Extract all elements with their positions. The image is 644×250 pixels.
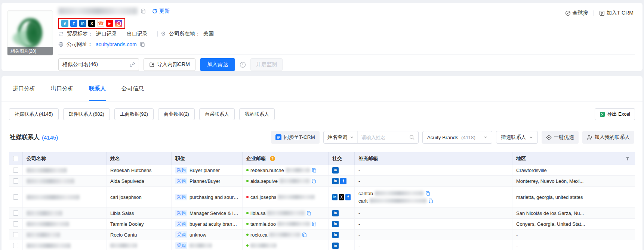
copy-icon[interactable] <box>302 232 307 237</box>
filter-contacts-select[interactable]: 筛选联系人 <box>496 131 538 144</box>
company-actions: 相似公司名(46) 导入内部CRM 加入雷达 开启监测 <box>58 58 283 71</box>
column-region: 地区 <box>512 152 635 165</box>
tab-1[interactable]: 出口分析 <box>51 85 73 101</box>
add-radar-button[interactable]: 加入雷达 <box>200 58 235 71</box>
position-badge: 采购 <box>175 242 187 249</box>
query-type-select[interactable]: 姓名查询 <box>324 131 358 143</box>
row-checkbox[interactable] <box>13 178 18 184</box>
row-checkbox[interactable] <box>13 243 18 248</box>
youtube-icon[interactable]: ▶ <box>106 20 113 27</box>
email-status-dot <box>246 212 249 214</box>
copy-icon[interactable] <box>428 199 433 203</box>
position-title: buyer at acuity brands lig... <box>189 221 238 227</box>
select-all-checkbox[interactable] <box>13 156 18 161</box>
extra-email-empty: - <box>358 232 360 238</box>
company-filter-select[interactable]: Acuity Brands (4118) <box>422 131 492 144</box>
location-pin-icon <box>161 31 166 37</box>
email-status-dot <box>246 234 249 236</box>
add-my-contacts-button[interactable]: 加入我的联系人 <box>582 131 635 144</box>
copy-icon[interactable] <box>311 179 316 184</box>
phone-icon[interactable]: ☎ <box>97 20 104 27</box>
facebook-icon[interactable]: f <box>70 20 77 27</box>
linkedin-icon[interactable]: in <box>332 194 338 200</box>
company-logo[interactable]: 相关图片(20) <box>7 10 53 56</box>
extra-email-redacted <box>370 199 426 203</box>
help-icon[interactable]: ? <box>270 156 275 161</box>
facebook-icon[interactable]: f <box>345 194 351 200</box>
linkedin-icon[interactable]: in <box>332 210 339 216</box>
row-checkbox[interactable] <box>13 210 18 216</box>
search-input[interactable] <box>358 131 409 143</box>
extra-email-prefix: carlt <box>358 198 368 204</box>
row-checkbox[interactable] <box>13 194 18 200</box>
start-monitor-button[interactable]: 开启监测 <box>250 58 283 71</box>
table-row: Rebekah Hutchens采购Buyer plannerrebekah.h… <box>9 165 635 176</box>
export-excel-button[interactable]: 导出 Excel <box>595 108 635 120</box>
name-search-group: 姓名查询 <box>323 131 419 144</box>
x-twitter-icon[interactable]: X <box>88 20 95 27</box>
subtab-0[interactable]: 社媒联系人(4145) <box>9 108 59 120</box>
copy-icon[interactable] <box>312 168 317 173</box>
one-click-optimize-button[interactable]: 一键优选 <box>542 131 579 144</box>
region-text: marietta, georgia, united states <box>516 194 583 200</box>
person-plus-icon <box>587 135 592 140</box>
table-row: Aida Sepulveda采购Planner/Buyeraida.sepulv… <box>9 176 635 187</box>
filter-funnel-icon[interactable] <box>625 156 631 161</box>
link-icon <box>130 62 135 67</box>
subtab-5[interactable]: 我的联系人 <box>239 108 275 120</box>
position-badge: 采购 <box>175 210 187 216</box>
website-link[interactable]: acuitybrands.com <box>96 41 137 47</box>
internet-explorer-icon[interactable]: e <box>61 20 68 27</box>
instagram-icon[interactable] <box>115 20 122 27</box>
trade-tag-import[interactable]: 进口记录 <box>96 31 117 37</box>
email-prefix: rocio.ca <box>250 232 268 238</box>
company-name-redacted <box>27 232 60 237</box>
x-icon[interactable]: X <box>339 194 344 200</box>
copy-icon[interactable] <box>306 211 311 216</box>
position-title: Manager Service & Invent... <box>189 210 238 216</box>
email-status-dot <box>246 169 249 171</box>
trade-tag-export[interactable]: 出口记录 <box>127 31 148 37</box>
chevron-down-icon <box>529 135 533 139</box>
sync-tcrm-button[interactable]: 同步至T-CRM <box>271 131 319 144</box>
linkedin-icon[interactable]: in <box>332 243 339 249</box>
row-checkbox[interactable] <box>13 168 18 173</box>
contact-name-redacted <box>110 243 137 248</box>
copy-icon[interactable] <box>312 222 317 226</box>
tab-3[interactable]: 公司信息 <box>121 85 144 101</box>
contact-source-row: 社媒联系人(4145)邮件联系人(682)工商数据(92)商业数据(2)自采联系… <box>1 108 643 120</box>
global-search-link[interactable]: 全球搜 <box>565 10 588 16</box>
subtab-2[interactable]: 工商数据(92) <box>114 108 154 120</box>
table-row: 采购in-- <box>9 240 635 250</box>
subtab-4[interactable]: 自采联系人 <box>199 108 235 120</box>
refresh-icon <box>152 9 157 14</box>
subtab-1[interactable]: 邮件联系人(682) <box>63 108 110 120</box>
linkedin-icon[interactable]: in <box>332 178 339 184</box>
row-checkbox[interactable] <box>13 221 18 226</box>
trade-exchange-icon <box>58 32 64 36</box>
linkedin-icon[interactable]: in <box>332 167 339 174</box>
tab-2[interactable]: 联系人 <box>89 85 106 101</box>
import-crm-button[interactable]: 导入内部CRM <box>144 58 195 71</box>
copy-icon[interactable] <box>140 42 145 47</box>
linkedin-icon[interactable]: in <box>332 232 339 238</box>
copy-icon[interactable] <box>141 9 146 14</box>
region-text: Conyers, Georgia, United Stat... <box>516 221 585 227</box>
info-icon[interactable] <box>240 62 246 68</box>
facebook-icon[interactable]: f <box>340 178 346 184</box>
search-icon[interactable] <box>409 131 418 143</box>
optimize-icon <box>546 135 552 140</box>
similar-company-select[interactable]: 相似公司名(46) <box>58 58 139 71</box>
row-checkbox[interactable] <box>13 232 18 237</box>
update-button[interactable]: 更新 <box>152 8 170 15</box>
copy-icon[interactable] <box>425 191 430 196</box>
contacts-toolbar: 社媒联系人 (4145) 同步至T-CRM 姓名查询 Ac <box>1 131 643 144</box>
linkedin-icon[interactable]: in <box>332 221 339 227</box>
tab-0[interactable]: 进口分析 <box>13 85 35 101</box>
contact-name: Libia Salas <box>110 210 134 216</box>
linkedin-icon[interactable]: in <box>79 20 86 27</box>
join-tcrm-link[interactable]: 加入T-CRM <box>599 10 634 16</box>
similar-company-label: 相似公司名(46) <box>62 61 98 68</box>
company-name-redacted <box>27 211 62 216</box>
subtab-3[interactable]: 商业数据(2) <box>158 108 195 120</box>
